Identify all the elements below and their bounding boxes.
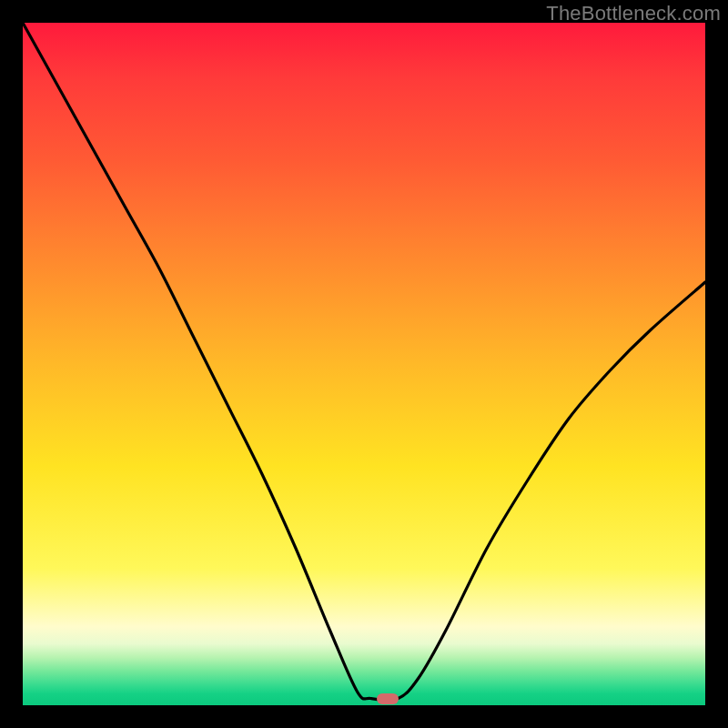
curve-layer bbox=[23, 23, 705, 705]
bottleneck-curve bbox=[23, 23, 705, 705]
plot-area bbox=[23, 23, 705, 705]
chart-frame: TheBottleneck.com bbox=[0, 0, 728, 728]
optimum-marker bbox=[377, 693, 399, 704]
